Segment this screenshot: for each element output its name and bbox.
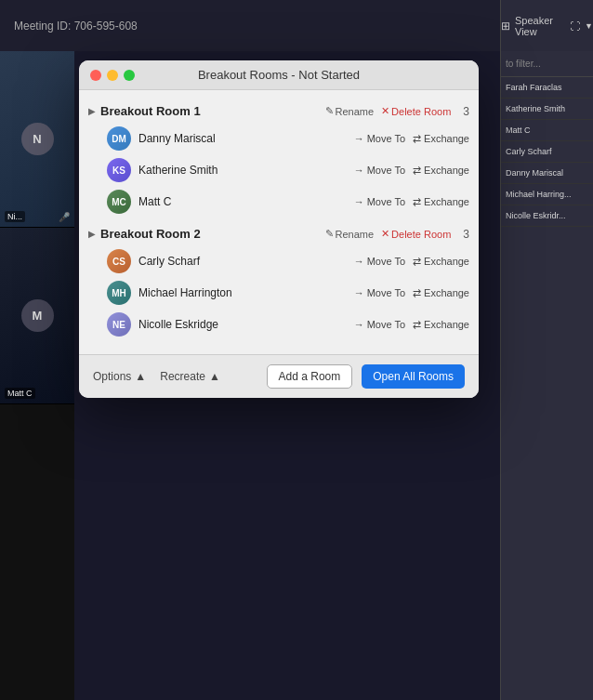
header-bar: Meeting ID: 706-595-608 (0, 0, 500, 51)
participant-carly: Carly Scharf (501, 141, 593, 163)
participant-katherine: Katherine Smith (501, 99, 593, 120)
exchange-button-michael[interactable]: ⇄ Exchange (413, 287, 469, 299)
modal-body: ▶ Breakout Room 1 ✎ Rename ✕ Delete Room… (79, 90, 479, 354)
participant-row-nicolle: NE Nicolle Eskridge → Move To ⇄ Exchange (79, 309, 479, 340)
arrow-icon-michael: → (354, 287, 364, 298)
mic-muted-icon-1: 🎤 (59, 212, 70, 222)
exchange-button-nicolle[interactable]: ⇄ Exchange (413, 319, 469, 331)
window-controls (90, 70, 135, 81)
participant-name-danny: Danny Mariscal (138, 132, 347, 145)
arrow-icon-nicolle: → (354, 319, 364, 330)
participant-name-katherine: Katherine Smith (138, 164, 347, 177)
maximize-window-button[interactable] (124, 70, 135, 81)
tile-2-label: Matt C (5, 388, 35, 399)
move-to-button-matt[interactable]: → Move To (354, 196, 405, 207)
room-1-count: 3 (463, 105, 469, 118)
add-room-button[interactable]: Add a Room (267, 364, 353, 389)
exchange-icon-matt: ⇄ (413, 196, 421, 208)
exchange-icon-carly: ⇄ (413, 256, 421, 268)
speaker-view-label[interactable]: Speaker View (515, 15, 565, 37)
room-2-actions: ✎ Rename ✕ Delete Room 3 (325, 228, 469, 241)
arrow-icon-carly: → (354, 256, 364, 267)
participant-michael: Michael Harring... (501, 184, 593, 205)
x-icon-1: ✕ (381, 105, 389, 117)
open-all-rooms-button[interactable]: Open All Rooms (362, 364, 465, 389)
exchange-button-carly[interactable]: ⇄ Exchange (413, 256, 469, 268)
avatar-matt: MC (107, 190, 131, 214)
options-label: Options (93, 370, 131, 383)
x-icon-2: ✕ (381, 228, 389, 240)
exchange-button-katherine[interactable]: ⇄ Exchange (413, 165, 469, 177)
room-section-1: ▶ Breakout Room 1 ✎ Rename ✕ Delete Room… (79, 99, 479, 218)
participant-row-michael: MH Michael Harrington → Move To ⇄ Exchan… (79, 277, 479, 309)
avatar-nicolle: NE (107, 312, 131, 337)
video-tile-1: N Ni... 🎤 (0, 51, 74, 228)
room-1-collapse-icon[interactable]: ▶ (88, 106, 96, 116)
pencil-icon-1: ✎ (325, 105, 334, 117)
meeting-id-label: Meeting ID: 706-595-608 (14, 20, 138, 33)
chevron-down-icon[interactable]: ▼ (585, 21, 593, 31)
video-tile-2: M Matt C (0, 228, 74, 404)
avatar-katherine: KS (107, 158, 131, 182)
filter-hint: to filter... (501, 51, 593, 77)
room-section-2: ▶ Breakout Room 2 ✎ Rename ✕ Delete Room… (79, 222, 479, 340)
participant-name-michael: Michael Harrington (138, 286, 347, 299)
participant-row-katherine: KS Katherine Smith → Move To ⇄ Exchange (79, 154, 479, 186)
move-to-button-carly[interactable]: → Move To (354, 256, 405, 267)
room-1-rename-button[interactable]: ✎ Rename (325, 105, 375, 117)
exchange-icon-danny: ⇄ (413, 133, 421, 145)
participant-name-carly: Carly Scharf (138, 255, 347, 268)
room-2-header: ▶ Breakout Room 2 ✎ Rename ✕ Delete Room… (79, 222, 479, 245)
footer-left-actions: Options ▲ Recreate ▲ (93, 370, 220, 383)
participant-danny: Danny Mariscal (501, 163, 593, 184)
room-2-count: 3 (463, 228, 469, 241)
exchange-icon-nicolle: ⇄ (413, 319, 421, 331)
close-window-button[interactable] (90, 70, 101, 81)
move-to-button-katherine[interactable]: → Move To (354, 165, 405, 176)
room-2-rename-button[interactable]: ✎ Rename (325, 228, 375, 240)
room-1-delete-button[interactable]: ✕ Delete Room (381, 105, 451, 117)
exchange-icon-katherine: ⇄ (413, 165, 421, 177)
participant-row-carly: CS Carly Scharf → Move To ⇄ Exchange (79, 245, 479, 277)
video-tiles-panel: N Ni... 🎤 M Matt C (0, 51, 74, 700)
room-2-delete-button[interactable]: ✕ Delete Room (381, 228, 451, 240)
move-to-button-nicolle[interactable]: → Move To (354, 319, 405, 330)
room-1-actions: ✎ Rename ✕ Delete Room 3 (325, 105, 469, 118)
room-2-collapse-icon[interactable]: ▶ (88, 229, 96, 239)
arrow-icon-matt: → (354, 196, 364, 207)
avatar-danny: DM (107, 126, 131, 151)
participant-matt: Matt C (501, 120, 593, 141)
recreate-label: Recreate (160, 370, 205, 383)
participant-name-matt: Matt C (138, 195, 347, 208)
exchange-button-matt[interactable]: ⇄ Exchange (413, 196, 469, 208)
avatar-carly: CS (107, 249, 131, 273)
participant-row-danny: DM Danny Mariscal → Move To ⇄ Exchange (79, 123, 479, 154)
speaker-view-bar[interactable]: ⊞ Speaker View ⛶ ▼ (500, 0, 593, 51)
footer-right-actions: Add a Room Open All Rooms (267, 364, 465, 389)
recreate-button[interactable]: Recreate ▲ (160, 370, 220, 383)
participant-row-matt: MC Matt C → Move To ⇄ Exchange (79, 186, 479, 218)
avatar-michael: MH (107, 281, 131, 305)
move-to-button-michael[interactable]: → Move To (354, 287, 405, 298)
room-1-header: ▶ Breakout Room 1 ✎ Rename ✕ Delete Room… (79, 99, 479, 123)
breakout-rooms-modal: Breakout Rooms - Not Started ▶ Breakout … (79, 60, 479, 398)
exchange-icon-michael: ⇄ (413, 287, 421, 299)
chevron-up-icon-2: ▲ (209, 370, 220, 383)
room-2-name: Breakout Room 2 (100, 227, 321, 241)
arrow-icon-katherine: → (354, 165, 364, 176)
arrow-icon-danny: → (354, 133, 364, 144)
options-button[interactable]: Options ▲ (93, 370, 146, 383)
expand-icon[interactable]: ⛶ (570, 20, 580, 32)
grid-icon: ⊞ (501, 20, 510, 33)
move-to-button-danny[interactable]: → Move To (354, 133, 405, 144)
minimize-window-button[interactable] (107, 70, 118, 81)
chevron-up-icon: ▲ (135, 370, 146, 383)
participant-nicolle: Nicolle Eskridr... (501, 205, 593, 227)
participant-farah: Farah Faraclas (501, 77, 593, 99)
room-1-name: Breakout Room 1 (100, 104, 321, 118)
right-participants-panel: to filter... Farah Faraclas Katherine Sm… (500, 51, 593, 700)
exchange-button-danny[interactable]: ⇄ Exchange (413, 133, 469, 145)
modal-title: Breakout Rooms - Not Started (198, 68, 360, 82)
participant-name-nicolle: Nicolle Eskridge (138, 318, 347, 331)
tile-1-label: Ni... (5, 211, 25, 222)
